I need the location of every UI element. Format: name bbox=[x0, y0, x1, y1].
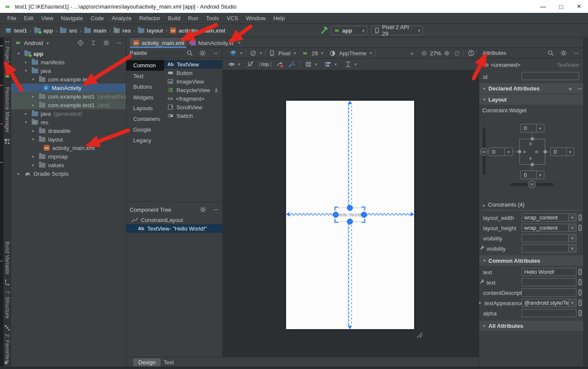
palette-item-recyclerview[interactable]: RecyclerView bbox=[164, 86, 223, 94]
menu-tools[interactable]: Tools bbox=[202, 15, 223, 21]
design-canvas-artboard[interactable]: Hello World! bbox=[286, 101, 414, 329]
tree-item-package-androidtest[interactable]: ▸ com.example.test1 (androidTest) bbox=[11, 92, 126, 101]
section-declared-attributes[interactable]: ▸ Declared Attributes + ─ bbox=[479, 83, 583, 93]
clear-constraints-icon[interactable] bbox=[277, 61, 284, 68]
breadcrumb-main[interactable]: main bbox=[93, 27, 106, 34]
menu-code[interactable]: Code bbox=[87, 15, 108, 21]
component-tree-item-constraintlayout[interactable]: ConstraintLayout bbox=[126, 216, 223, 224]
tree-chevron-icon[interactable]: ▾ bbox=[30, 137, 36, 141]
orientation-icon[interactable] bbox=[250, 50, 257, 57]
palette-category-buttons[interactable]: Buttons bbox=[126, 81, 164, 92]
gear-icon[interactable] bbox=[103, 39, 110, 46]
panel-splitter[interactable] bbox=[126, 201, 223, 202]
search-icon[interactable] bbox=[186, 50, 193, 57]
structure-stripe-icon[interactable] bbox=[4, 324, 11, 331]
search-icon[interactable] bbox=[547, 50, 554, 57]
tree-chevron-icon[interactable]: ▸ bbox=[30, 154, 36, 159]
menu-analyze[interactable]: Analyze bbox=[108, 15, 135, 21]
wrap-spring-left-icon[interactable]: » bbox=[523, 148, 526, 155]
tree-chevron-icon[interactable]: ▸ bbox=[30, 103, 36, 107]
zoom-to-fit-icon[interactable] bbox=[454, 50, 460, 57]
menu-help[interactable]: Help bbox=[269, 15, 289, 21]
tree-chevron-icon[interactable]: ▸ bbox=[30, 163, 36, 167]
hide-panel-icon[interactable]: ─ bbox=[116, 39, 122, 46]
palette-category-containers[interactable]: Containers bbox=[126, 114, 164, 124]
zoom-in-button[interactable]: ⊕ bbox=[444, 49, 450, 57]
palette-category-widgets[interactable]: Widgets bbox=[126, 92, 164, 103]
section-constraints[interactable]: ▸Constraints (4) bbox=[483, 201, 525, 208]
build-variants-stripe-icon[interactable] bbox=[4, 279, 11, 286]
toolbar-overflow-chevron[interactable]: » bbox=[410, 50, 413, 57]
breadcrumb-layout[interactable]: layout bbox=[147, 27, 163, 34]
tree-chevron-icon[interactable]: ▾ bbox=[30, 77, 36, 81]
autoconnect-magnet-icon[interactable] bbox=[247, 61, 254, 68]
menu-file[interactable]: File bbox=[3, 15, 20, 21]
zoom-out-button[interactable]: ⊖ bbox=[421, 49, 427, 57]
constraint-anchor-left[interactable] bbox=[518, 150, 521, 153]
palette-category-common[interactable]: Common bbox=[126, 60, 164, 71]
tree-item-package[interactable]: ▾ com.example.test1 bbox=[11, 75, 126, 84]
palette-item-switch[interactable]: Switch bbox=[164, 111, 223, 120]
tree-item-layout[interactable]: ▾ layout bbox=[11, 135, 126, 144]
default-margin-button[interactable]: 0dp bbox=[259, 62, 271, 67]
tree-chevron-icon[interactable]: ▸ bbox=[23, 60, 29, 64]
breadcrumb-test1[interactable]: test1 bbox=[14, 27, 27, 34]
menu-run[interactable]: Run bbox=[184, 15, 202, 21]
tree-item-manifests[interactable]: ▸ manifests bbox=[11, 58, 126, 66]
palette-category-legacy[interactable]: Legacy bbox=[126, 135, 164, 146]
gear-icon[interactable] bbox=[199, 50, 206, 57]
tree-item-values[interactable]: ▸ values bbox=[11, 161, 126, 169]
palette-item-scrollview[interactable]: ScrollView bbox=[164, 103, 223, 111]
section-all-attributes[interactable]: ▸ All Attributes bbox=[479, 321, 583, 331]
pick-resource-flag[interactable] bbox=[579, 279, 582, 285]
guidelines-icon[interactable] bbox=[305, 61, 312, 68]
palette-category-text[interactable]: Text bbox=[126, 71, 164, 81]
text-appearance-dropdown[interactable]: @android:style/Te ▾ bbox=[522, 299, 576, 307]
tree-item-app[interactable]: ▾ app bbox=[11, 49, 126, 58]
pack-distribute-icon[interactable] bbox=[345, 61, 352, 68]
palette-category-google[interactable]: Google bbox=[126, 124, 164, 135]
add-attribute-button[interactable]: + bbox=[568, 85, 572, 92]
favorites-star-icon[interactable]: ★ bbox=[3, 359, 9, 366]
stripe-resource-manager-button[interactable]: Resource Manager bbox=[4, 87, 10, 133]
tree-item-package-test[interactable]: ▸ com.example.test1 (test) bbox=[11, 101, 126, 109]
design-surface-select-icon[interactable] bbox=[230, 50, 237, 57]
menu-build[interactable]: Build bbox=[164, 15, 184, 21]
palette-category-layouts[interactable]: Layouts bbox=[126, 103, 164, 114]
stripe-project-button[interactable]: 1: Project bbox=[4, 40, 10, 63]
tree-item-java-generated[interactable]: ▸ java (generated) bbox=[11, 109, 126, 118]
constraint-handle-left[interactable] bbox=[333, 212, 339, 218]
section-common-attributes[interactable]: ▾ Common Attributes bbox=[479, 255, 583, 266]
vertical-bias-badge[interactable]: 50 bbox=[480, 148, 488, 156]
breadcrumb-src[interactable]: src bbox=[69, 27, 78, 34]
tree-item-drawable[interactable]: ▸ drawable bbox=[11, 126, 126, 135]
constraint-handle-top[interactable] bbox=[347, 205, 353, 211]
tree-chevron-icon[interactable]: ▸ bbox=[30, 129, 36, 133]
tree-chevron-icon[interactable]: ▸ bbox=[15, 171, 22, 176]
tools-visibility-dropdown[interactable]: ▾ bbox=[522, 244, 576, 252]
tree-chevron-icon[interactable]: ▸ bbox=[23, 111, 29, 116]
close-button[interactable]: × bbox=[570, 0, 588, 13]
menu-window[interactable]: Window bbox=[242, 15, 269, 21]
tree-item-mainactivity[interactable]: MainActivity bbox=[11, 84, 126, 92]
target-device-select[interactable]: Pixel 2 API 29 ▾ bbox=[371, 26, 423, 35]
tree-chevron-icon[interactable]: ▾ bbox=[15, 51, 22, 56]
constraint-anchor-bottom[interactable] bbox=[531, 163, 534, 166]
api-level-select[interactable]: 29 bbox=[312, 50, 318, 57]
margin-top-dropdown[interactable]: 0 ▾ bbox=[520, 124, 544, 132]
remove-attribute-button[interactable]: ─ bbox=[578, 85, 582, 92]
layout-width-dropdown[interactable]: wrap_content ▾ bbox=[522, 213, 576, 222]
canvas-resize-grip[interactable] bbox=[415, 331, 424, 339]
stripe-favorites-button[interactable]: 2: Favorites bbox=[4, 334, 10, 362]
chevron-right-icon[interactable]: ▸ bbox=[479, 300, 481, 305]
hide-panel-icon[interactable]: ─ bbox=[212, 50, 219, 57]
hide-panel-icon[interactable]: ─ bbox=[212, 206, 219, 213]
tree-chevron-icon[interactable]: ▸ bbox=[30, 94, 36, 99]
resource-manager-stripe-icon[interactable] bbox=[4, 138, 11, 145]
tree-item-java[interactable]: ▾ java bbox=[11, 66, 126, 75]
collapse-all-icon[interactable] bbox=[90, 39, 97, 46]
breadcrumb-app[interactable]: app bbox=[43, 27, 53, 34]
layout-height-dropdown[interactable]: wrap_content ▾ bbox=[522, 224, 576, 232]
tree-item-res[interactable]: ▾ res bbox=[11, 118, 126, 126]
build-hammer-icon[interactable] bbox=[320, 27, 328, 34]
